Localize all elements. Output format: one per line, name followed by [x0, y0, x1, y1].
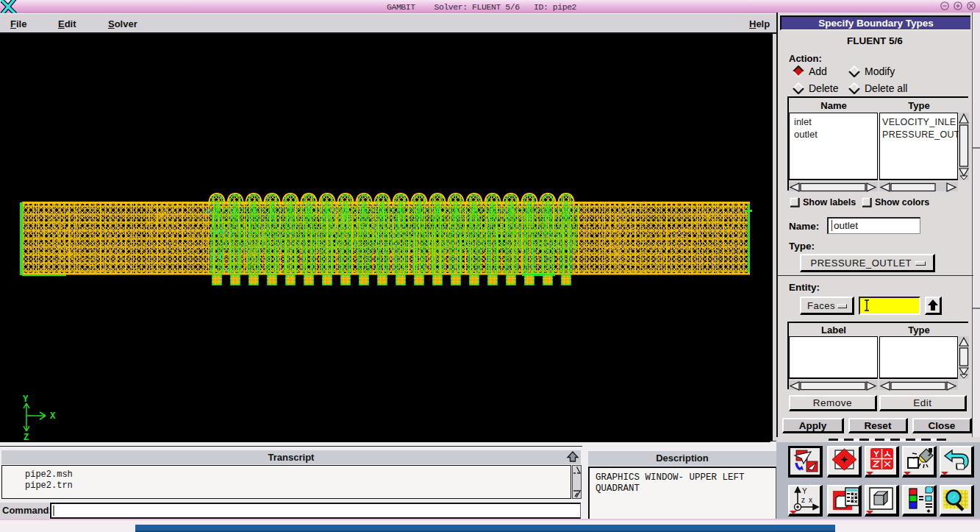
svg-text:Y: Y [802, 487, 807, 495]
svg-text:z: z [801, 496, 805, 504]
svg-text:Y: Y [23, 394, 29, 405]
svg-text:Z: Z [24, 433, 29, 442]
svg-text:x: x [809, 496, 812, 504]
svg-text:X: X [50, 411, 56, 422]
